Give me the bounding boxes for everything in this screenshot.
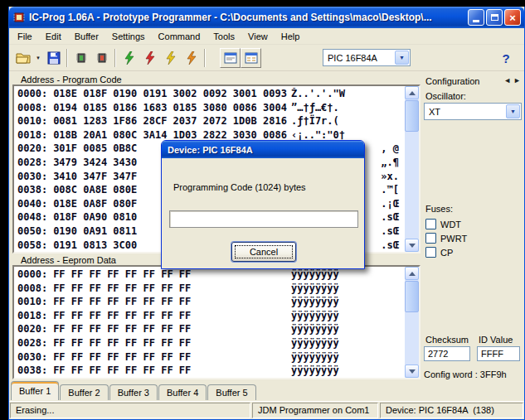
scrollbar-thumb[interactable]: [405, 281, 419, 312]
menu-file[interactable]: File: [11, 30, 39, 43]
erase-bolt-icon: [143, 51, 157, 65]
program-bolt-icon: [123, 51, 136, 65]
tab-buffer-2[interactable]: Buffer 2: [60, 384, 108, 400]
read-chip-button[interactable]: [70, 48, 91, 68]
row-address: 0018:: [17, 310, 47, 321]
write-chip-button[interactable]: [91, 48, 112, 68]
dialog-message: Programming Code (1024) bytes: [173, 182, 306, 192]
eeprom-area[interactable]: 0000:FF FF FF FF FF FF FF FFÿÿÿÿÿÿÿÿ0008…: [12, 265, 420, 379]
focus-rect: [235, 245, 293, 258]
row-address: 0000:: [17, 88, 47, 99]
eeprom-rows: 0000:FF FF FF FF FF FF FF FFÿÿÿÿÿÿÿÿ0008…: [17, 268, 402, 376]
hex-row: 0008:0194 0185 0186 1683 0185 3080 0086 …: [17, 102, 402, 116]
device-select-value: PIC 16F84A: [328, 53, 377, 63]
id-value[interactable]: FFFF: [477, 346, 520, 361]
menu-command[interactable]: Command: [152, 30, 207, 43]
code-window-button[interactable]: [220, 48, 241, 68]
menu-view[interactable]: View: [241, 30, 275, 43]
arrow-up-icon: [409, 91, 416, 95]
open-file-dropdown-button[interactable]: ▼: [33, 48, 43, 68]
row-hex: 0190 0A91 0811: [53, 225, 137, 237]
open-folder-icon: [16, 51, 31, 64]
scrollbar-track[interactable]: [405, 99, 419, 239]
scroll-up-button[interactable]: [405, 86, 419, 99]
scroll-down-button[interactable]: [405, 364, 419, 378]
row-hex: FF FF FF FF FF FF FF FF: [53, 268, 191, 280]
scroll-down-button[interactable]: [405, 239, 419, 252]
save-file-button[interactable]: [43, 48, 64, 68]
dialog-title: Device: PIC 16F84A: [168, 145, 253, 155]
menu-tools[interactable]: Tools: [207, 30, 241, 43]
chevron-down-icon[interactable]: ▼: [506, 104, 520, 118]
status-programmer: JDM Programmer on Com1: [252, 403, 378, 418]
hex-row: 0038:FF FF FF FF FF FF FF FFÿÿÿÿÿÿÿÿ: [17, 364, 402, 376]
row-ascii: ‹¡..":"0†: [291, 129, 345, 141]
help-button[interactable]: ?: [496, 48, 516, 68]
chevron-down-icon[interactable]: ▼: [395, 51, 409, 65]
fuse-label: PWRT: [440, 234, 467, 244]
menu-settings[interactable]: Settings: [105, 30, 152, 43]
row-address: 0048:: [17, 211, 47, 223]
row-ascii: Ž..'.'."W: [291, 88, 345, 99]
row-address: 0020:: [17, 323, 47, 335]
row-address: 0008:: [17, 282, 47, 294]
checkbox[interactable]: [425, 247, 436, 258]
hex-row: 0000:FF FF FF FF FF FF FF FFÿÿÿÿÿÿÿÿ: [17, 268, 402, 282]
hex-row: 0028:FF FF FF FF FF FF FF FFÿÿÿÿÿÿÿÿ: [17, 337, 402, 351]
checkbox[interactable]: [425, 219, 436, 229]
row-ascii: ÿÿÿÿÿÿÿÿ: [291, 310, 339, 321]
open-file-button[interactable]: [12, 48, 33, 68]
fuse-cp[interactable]: CP: [425, 245, 467, 259]
id-value-label: ID Value: [479, 335, 513, 345]
row-hex: 301F 0085 0B8C: [53, 142, 137, 154]
oscillator-label: Oscillator:: [425, 91, 466, 101]
config-prev-button[interactable]: ◄: [503, 76, 513, 84]
tab-buffer-1[interactable]: Buffer 1: [11, 381, 59, 400]
row-address: 0010:: [17, 115, 47, 127]
floppy-icon: [47, 51, 61, 65]
cancel-button[interactable]: Cancel: [231, 242, 296, 262]
scroll-up-button[interactable]: [405, 267, 419, 280]
close-button[interactable]: ×: [504, 9, 521, 26]
program-all-button[interactable]: [119, 48, 139, 68]
minimize-button[interactable]: [468, 9, 484, 26]
fuse-pwrt[interactable]: PWRT: [425, 231, 467, 245]
tab-buffer-4[interactable]: Buffer 4: [158, 384, 207, 400]
oscillator-select[interactable]: XT ▼: [424, 103, 522, 120]
row-ascii: ÿÿÿÿÿÿÿÿ: [291, 351, 339, 363]
scrollbar-track[interactable]: [405, 280, 419, 364]
fuse-wdt[interactable]: WDT: [425, 217, 467, 231]
row-hex: FF FF FF FF FF FF FF FF: [53, 323, 191, 335]
maximize-button[interactable]: [486, 9, 503, 26]
configuration-panel: Configuration ◄► Oscillator: XT ▼ Fuses:…: [424, 76, 523, 389]
menu-buffer[interactable]: Buffer: [68, 30, 105, 43]
read-chip-icon: [75, 51, 88, 65]
config-next-button[interactable]: ►: [513, 76, 523, 84]
row-hex: FF FF FF FF FF FF FF FF: [53, 282, 191, 294]
config-word: Config word : 3FF9h: [424, 369, 507, 379]
tab-buffer-5[interactable]: Buffer 5: [207, 384, 255, 400]
verify-button[interactable]: [160, 48, 181, 68]
blank-check-button[interactable]: [181, 48, 202, 68]
title-bar[interactable]: IC-Prog 1.06A - Prototype Programmer - C…: [9, 7, 524, 28]
program-code-scrollbar[interactable]: [405, 86, 419, 252]
toolbar-separator: [114, 49, 116, 67]
eeprom-scrollbar[interactable]: [405, 267, 419, 378]
blank-check-bolt-icon: [185, 51, 198, 65]
menu-edit[interactable]: Edit: [39, 30, 68, 43]
tab-buffer-3[interactable]: Buffer 3: [109, 384, 158, 400]
minimize-icon: [473, 20, 479, 22]
toolbar-separator: [66, 49, 68, 67]
eeprom-label: Address - Eeprom Data: [21, 255, 116, 265]
data-window-button[interactable]: [241, 48, 261, 68]
dialog-title-bar[interactable]: Device: PIC 16F84A: [162, 141, 364, 158]
checkbox[interactable]: [425, 233, 436, 244]
erase-all-button[interactable]: [139, 48, 160, 68]
scrollbar-thumb[interactable]: [405, 100, 419, 132]
device-select[interactable]: PIC 16F84A ▼: [323, 49, 411, 66]
row-hex: 0081 1283 1F86 28CF 2037 2072 1D0B 2816: [53, 115, 287, 127]
menu-help[interactable]: Help: [275, 30, 307, 43]
checksum-label: Checksum: [425, 335, 469, 345]
arrow-down-icon: [409, 369, 416, 374]
row-address: 0018:: [17, 129, 47, 141]
